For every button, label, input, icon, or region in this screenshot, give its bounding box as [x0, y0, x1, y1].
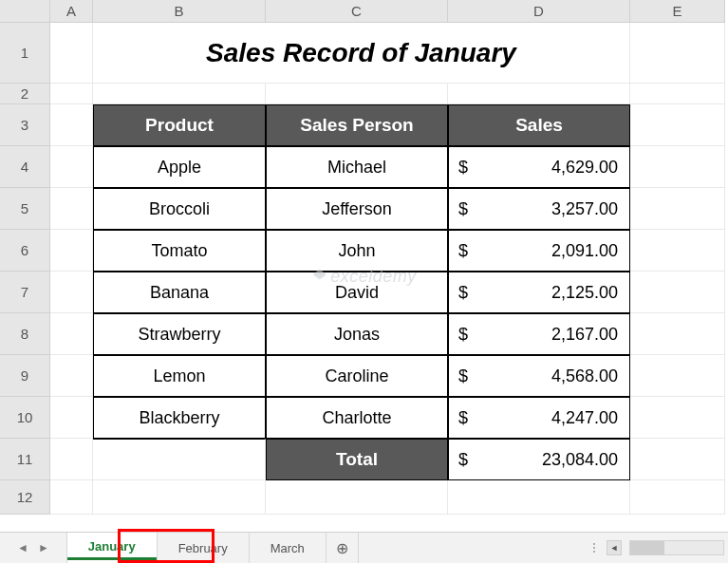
cell[interactable] — [630, 188, 725, 230]
tab-march[interactable]: March — [250, 533, 327, 563]
tab-bar-drag-handle-icon[interactable] — [589, 543, 599, 553]
cell[interactable] — [50, 397, 93, 439]
row-header-1[interactable]: 1 — [0, 23, 50, 84]
table-row[interactable]: $4,247.00 — [448, 397, 630, 439]
currency-symbol: $ — [458, 241, 468, 261]
table-header-sales[interactable]: Sales — [448, 104, 630, 146]
row-header-7[interactable]: 7 — [0, 272, 50, 313]
row-header-4[interactable]: 4 — [0, 146, 50, 188]
page-title[interactable]: Sales Record of January — [93, 23, 630, 84]
cell[interactable] — [50, 23, 93, 84]
table-row[interactable]: $4,629.00 — [448, 146, 630, 188]
table-row[interactable]: $2,091.00 — [448, 230, 630, 272]
cell[interactable] — [448, 84, 630, 104]
table-row[interactable]: Caroline — [266, 355, 448, 397]
currency-symbol: $ — [458, 158, 468, 178]
cell[interactable] — [630, 355, 725, 397]
sales-value: 3,257.00 — [551, 199, 618, 219]
cell[interactable] — [630, 146, 725, 188]
currency-symbol: $ — [458, 283, 468, 303]
cell[interactable] — [50, 439, 93, 480]
row-header-11[interactable]: 11 — [0, 439, 50, 480]
hscroll-thumb[interactable] — [630, 541, 664, 554]
table-row[interactable]: Apple — [93, 146, 266, 188]
tab-january[interactable]: January — [67, 533, 158, 563]
cell[interactable] — [630, 104, 725, 146]
table-row[interactable]: Strawberry — [93, 313, 266, 355]
table-row[interactable]: Michael — [266, 146, 448, 188]
hscroll-left-icon[interactable]: ◄ — [607, 540, 622, 555]
sales-value: 4,629.00 — [551, 158, 618, 178]
new-sheet-button[interactable]: ⊕ — [327, 533, 359, 563]
cell[interactable] — [50, 84, 93, 104]
cell[interactable] — [266, 84, 448, 104]
table-row[interactable]: David — [266, 272, 448, 313]
table-row[interactable]: $2,167.00 — [448, 313, 630, 355]
table-header-person[interactable]: Sales Person — [266, 104, 448, 146]
row-header-2[interactable]: 2 — [0, 84, 50, 104]
currency-symbol: $ — [458, 408, 468, 428]
tab-label: January — [88, 539, 136, 554]
col-header-B[interactable]: B — [93, 0, 266, 23]
row-header-3[interactable]: 3 — [0, 104, 50, 146]
col-header-D[interactable]: D — [448, 0, 630, 23]
cell[interactable] — [630, 480, 725, 515]
row-header-12[interactable]: 12 — [0, 480, 50, 515]
cell[interactable] — [266, 480, 448, 515]
hscroll-track[interactable] — [629, 540, 724, 555]
cell[interactable] — [50, 146, 93, 188]
plus-icon: ⊕ — [336, 539, 348, 557]
cell[interactable] — [630, 313, 725, 355]
table-row[interactable]: Lemon — [93, 355, 266, 397]
cell[interactable] — [50, 313, 93, 355]
cell[interactable] — [50, 355, 93, 397]
cell[interactable] — [50, 230, 93, 272]
cell[interactable] — [448, 480, 630, 515]
cell[interactable] — [93, 480, 266, 515]
table-row[interactable]: $4,568.00 — [448, 355, 630, 397]
cell[interactable] — [630, 439, 725, 480]
table-row[interactable]: Blackberry — [93, 397, 266, 439]
table-row[interactable]: Broccoli — [93, 188, 266, 230]
table-row[interactable]: Banana — [93, 272, 266, 313]
row-header-8[interactable]: 8 — [0, 313, 50, 355]
cell[interactable] — [93, 439, 266, 480]
table-row[interactable]: $3,257.00 — [448, 188, 630, 230]
cell[interactable] — [93, 84, 266, 104]
cell[interactable] — [630, 272, 725, 313]
cell[interactable] — [50, 188, 93, 230]
col-header-E[interactable]: E — [630, 0, 725, 23]
currency-symbol: $ — [458, 366, 468, 386]
sales-value: 4,247.00 — [551, 408, 618, 428]
select-all-corner[interactable] — [0, 0, 50, 23]
tab-nav-left-icon[interactable]: ◄ — [17, 541, 28, 554]
row-header-10[interactable]: 10 — [0, 397, 50, 439]
cell[interactable] — [630, 230, 725, 272]
table-row[interactable]: Charlotte — [266, 397, 448, 439]
tab-nav-right-icon[interactable]: ► — [38, 541, 49, 554]
table-row[interactable]: John — [266, 230, 448, 272]
row-header-9[interactable]: 9 — [0, 355, 50, 397]
table-header-product[interactable]: Product — [93, 104, 266, 146]
table-row[interactable]: Tomato — [93, 230, 266, 272]
table-row[interactable]: Jonas — [266, 313, 448, 355]
row-header-6[interactable]: 6 — [0, 230, 50, 272]
cell[interactable] — [50, 104, 93, 146]
currency-symbol: $ — [458, 450, 468, 470]
total-value-cell[interactable]: $23,084.00 — [448, 439, 630, 480]
spreadsheet-grid: A B C D E 1 2 3 4 5 6 7 8 9 10 11 12 Sal… — [0, 0, 728, 532]
cell[interactable] — [630, 23, 725, 84]
sales-value: 2,125.00 — [551, 283, 618, 303]
col-header-A[interactable]: A — [50, 0, 93, 23]
col-header-C[interactable]: C — [266, 0, 448, 23]
cell[interactable] — [50, 480, 93, 515]
tab-february[interactable]: February — [158, 533, 250, 563]
cell[interactable] — [630, 84, 725, 104]
total-label[interactable]: Total — [266, 439, 448, 480]
cell[interactable] — [630, 397, 725, 439]
row-header-5[interactable]: 5 — [0, 188, 50, 230]
table-row[interactable]: $2,125.00 — [448, 272, 630, 313]
cell[interactable] — [50, 272, 93, 313]
currency-symbol: $ — [458, 325, 468, 345]
table-row[interactable]: Jefferson — [266, 188, 448, 230]
